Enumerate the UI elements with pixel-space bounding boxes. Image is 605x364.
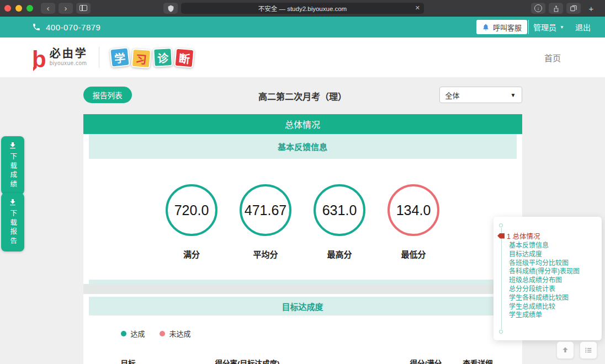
- stat-full-score: 720.0 满分: [166, 184, 217, 260]
- product-tile-1: 学: [109, 47, 130, 67]
- legend-not-achieved: 未达成: [160, 328, 191, 339]
- stats-row: 720.0 满分 471.67 平均分 631.0 最高分 134.0 最低分: [89, 159, 517, 280]
- nav-item-active[interactable]: 1 总体情况: [497, 231, 540, 241]
- privacy-report-button[interactable]: [163, 3, 178, 14]
- phone-number: 400-070-7879: [46, 23, 100, 32]
- goal-legend: 达成 未达成: [89, 328, 517, 339]
- stat-value: 720.0: [174, 202, 209, 218]
- brand-text: 必由学 biyouxue.com: [50, 47, 88, 68]
- stat-circle: 631.0: [314, 184, 365, 236]
- sidebar-icon: [79, 5, 87, 11]
- tabs-icon: [570, 4, 577, 12]
- scope-select[interactable]: 全体 ▼: [439, 87, 522, 103]
- stat-value: 631.0: [322, 202, 357, 218]
- call-service-label: 呼叫客服: [493, 22, 522, 33]
- divider: [99, 47, 99, 68]
- download-icon: [8, 198, 17, 207]
- share-button[interactable]: [549, 3, 563, 14]
- scope-select-value: 全体: [445, 90, 460, 100]
- goal-table-header: 目标 得分率(目标达成度) 得分/满分 查看详细: [89, 357, 517, 364]
- stat-label: 最低分: [401, 248, 426, 260]
- zoom-window-button[interactable]: [26, 5, 33, 12]
- stat-highest-score: 631.0 最高分: [314, 184, 365, 260]
- goal-section: 目标达成度 达成 未达成 目标 得分率(目标达成度) 得分/满分 查看详细: [83, 294, 522, 364]
- address-bar[interactable]: 不安全 — study2.biyouxue.com ✕: [181, 3, 424, 14]
- admin-label: 管理员: [533, 22, 556, 33]
- stat-circle: 720.0: [166, 184, 217, 236]
- chevron-down-icon: ▼: [560, 25, 564, 30]
- logout-link[interactable]: 退出: [575, 22, 591, 33]
- brand-name: 必由学: [50, 47, 88, 60]
- stat-lowest-score: 134.0 最低分: [388, 184, 439, 260]
- anchor-nav-panel: 1 总体情况 基本反馈信息 目标达成度 各班级平均分比较图 各科成绩(得分率)表…: [493, 217, 602, 340]
- basic-info-section: 基本反馈信息 720.0 满分 471.67 平均分 631.0 最高分: [83, 134, 522, 284]
- nav-item[interactable]: 各科成绩(得分率)表现图: [509, 267, 598, 276]
- url-text: 不安全 — study2.biyouxue.com: [258, 4, 347, 13]
- download-scores-button[interactable]: 下载成绩: [1, 136, 24, 195]
- phone-icon: [32, 23, 41, 31]
- stat-circle: 471.67: [240, 184, 291, 236]
- arrow-up-icon: [561, 346, 570, 355]
- report-toolbar: 报告列表 高二第二次月考（理） 全体 ▼: [83, 87, 522, 103]
- divider: [528, 20, 529, 34]
- brand-logo[interactable]: b 必由学 biyouxue.com: [32, 47, 88, 68]
- stat-value: 471.67: [245, 202, 286, 218]
- legend-label: 达成: [131, 328, 145, 339]
- col-detail: 查看详细: [463, 357, 493, 364]
- close-window-button[interactable]: [4, 5, 11, 12]
- section-footer-strip: [89, 280, 517, 284]
- minimize-window-button[interactable]: [15, 5, 22, 12]
- section-gap: [83, 284, 522, 294]
- new-tab-button[interactable]: +: [584, 3, 598, 14]
- download-scores-label: 下载成绩: [9, 153, 17, 189]
- goal-section-title: 目标达成度: [89, 297, 517, 315]
- overview-banner: 总体情况: [83, 114, 522, 134]
- stat-label: 满分: [183, 248, 200, 260]
- window-controls: [4, 5, 33, 12]
- col-score: 得分/满分: [410, 357, 463, 364]
- nav-item[interactable]: 各班级平均分比较图: [509, 259, 598, 268]
- product-tile-2: 习: [131, 49, 151, 68]
- back-to-top-button[interactable]: [556, 341, 574, 359]
- col-score-rate: 得分率(目标达成度): [215, 357, 410, 364]
- plus-icon: +: [589, 4, 594, 13]
- download-report-button[interactable]: 下载报告: [1, 193, 24, 251]
- legend-achieved: 达成: [121, 328, 145, 339]
- tab-overview-button[interactable]: [566, 3, 581, 14]
- forward-button[interactable]: ›: [59, 3, 73, 14]
- brand-mark-icon: b: [32, 50, 46, 69]
- nav-item[interactable]: 学生各科成绩比较图: [509, 294, 598, 303]
- nav-item[interactable]: 学生成绩单: [509, 311, 598, 320]
- home-link[interactable]: 首页: [544, 52, 561, 63]
- downloads-button[interactable]: ↓: [531, 3, 545, 14]
- list-icon: [584, 346, 593, 355]
- downloads-icon: ↓: [534, 4, 542, 12]
- basic-info-title: 基本反馈信息: [89, 134, 517, 159]
- share-icon: [553, 4, 560, 13]
- admin-menu[interactable]: 管理员 ▼: [533, 22, 564, 33]
- call-service-button[interactable]: 呼叫客服: [476, 20, 527, 34]
- legend-dot-achieved: [121, 331, 126, 336]
- back-icon: ‹: [47, 4, 50, 12]
- timeline-dot-bottom: [499, 330, 503, 334]
- nav-item[interactable]: 总分分段统计表: [509, 285, 598, 294]
- nav-item[interactable]: 目标达成度: [509, 250, 598, 259]
- stat-value: 134.0: [396, 202, 431, 218]
- forward-icon: ›: [65, 4, 67, 12]
- nav-item[interactable]: 基本反馈信息: [509, 242, 598, 250]
- flag-marker-icon: [497, 233, 505, 239]
- timeline-dot-top: [499, 223, 503, 227]
- sidebar-toggle-button[interactable]: [76, 3, 91, 14]
- download-report-label: 下载报告: [9, 210, 17, 246]
- back-button[interactable]: ‹: [41, 3, 55, 14]
- nav-item[interactable]: 学生总成绩比较: [509, 303, 598, 312]
- stat-average-score: 471.67 平均分: [240, 184, 291, 260]
- screen: ‹ › 不安全 — study2.biyouxue.com ✕ ↓ + 4: [0, 0, 605, 364]
- product-tile-3: 诊: [153, 47, 173, 67]
- nav-item[interactable]: 班级总成绩分布图: [509, 276, 598, 285]
- stop-loading-icon[interactable]: ✕: [415, 4, 420, 12]
- download-icon: [8, 141, 17, 150]
- toc-toggle-button[interactable]: [580, 341, 597, 359]
- chevron-down-icon: ▼: [511, 92, 516, 98]
- chrome-right-buttons: ↓ +: [531, 3, 602, 14]
